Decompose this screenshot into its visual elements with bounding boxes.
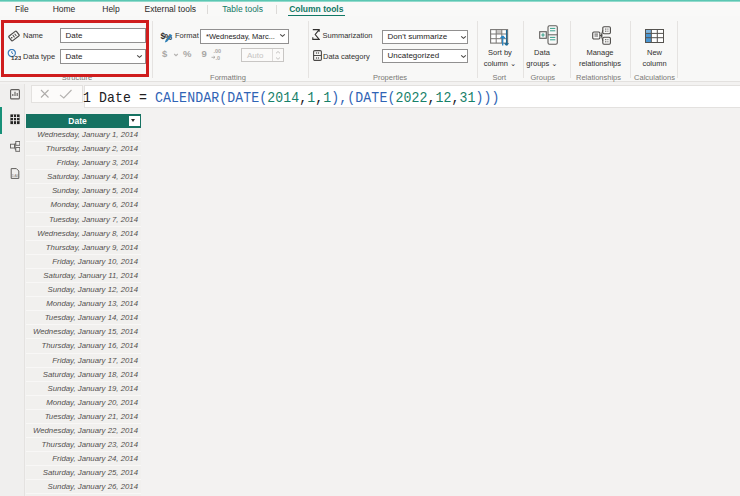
svg-text:.00: .00: [214, 48, 222, 54]
svg-text:123: 123: [11, 54, 21, 61]
svg-text:DAX: DAX: [11, 174, 19, 178]
svg-text:.0: .0: [216, 55, 221, 61]
